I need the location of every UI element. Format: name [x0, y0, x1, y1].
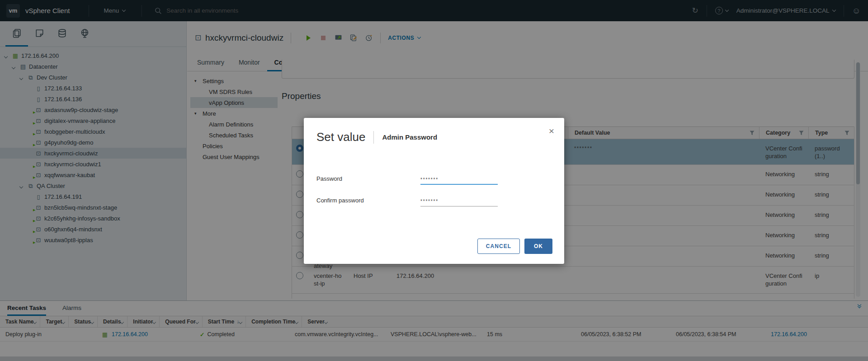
dialog-subtitle: Admin Password	[382, 133, 437, 141]
dialog-title: Set value	[316, 130, 365, 144]
cancel-button[interactable]: CANCEL	[477, 239, 520, 254]
password-input[interactable]: *******	[420, 199, 498, 206]
form-field-row: Password *******	[316, 170, 552, 185]
dialog-form: Password ******* Confirm password ******…	[316, 170, 552, 214]
close-icon[interactable]: ×	[549, 126, 554, 136]
divider	[373, 131, 374, 144]
set-value-dialog: Set value Admin Password × Password ****…	[304, 118, 564, 264]
ok-button[interactable]: OK	[524, 239, 552, 254]
password-input[interactable]: *******	[420, 177, 498, 185]
field-label: Confirm password	[316, 197, 420, 206]
field-label: Password	[316, 175, 420, 185]
form-field-row: Confirm password *******	[316, 192, 552, 206]
